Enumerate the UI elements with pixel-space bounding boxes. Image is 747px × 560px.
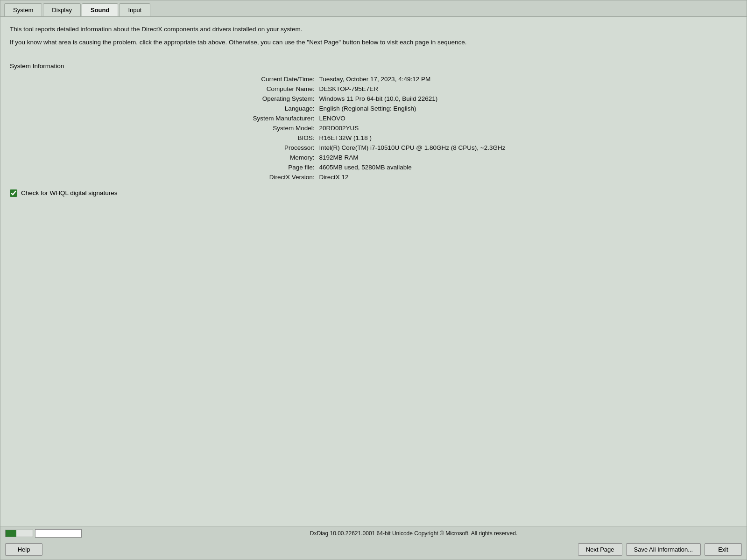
copyright-text: DxDiag 10.00.22621.0001 64-bit Unicode C… bbox=[85, 530, 742, 537]
row-label: BIOS: bbox=[19, 133, 319, 143]
footer-buttons: Help Next Page Save All Information... E… bbox=[0, 540, 747, 560]
dxdiag-window: System Display Sound Input This tool rep… bbox=[0, 0, 747, 560]
row-label: Processor: bbox=[19, 143, 319, 153]
row-label: Memory: bbox=[19, 153, 319, 162]
progress-bar bbox=[5, 530, 33, 537]
whql-checkbox-label[interactable]: Check for WHQL digital signatures bbox=[21, 189, 118, 196]
tab-system[interactable]: System bbox=[4, 3, 42, 16]
table-row: Operating System:Windows 11 Pro 64-bit (… bbox=[19, 94, 747, 104]
section-header-label: System Information bbox=[10, 63, 64, 70]
table-row: Processor:Intel(R) Core(TM) i7-10510U CP… bbox=[19, 143, 747, 153]
row-label: Language: bbox=[19, 104, 319, 113]
row-value: R16ET32W (1.18 ) bbox=[319, 133, 747, 143]
progress-text-box bbox=[35, 529, 82, 538]
table-row: BIOS:R16ET32W (1.18 ) bbox=[19, 133, 747, 143]
row-value: Tuesday, October 17, 2023, 4:49:12 PM bbox=[319, 74, 747, 84]
description-line1: This tool reports detailed information a… bbox=[10, 25, 737, 34]
tab-sound[interactable]: Sound bbox=[82, 3, 118, 16]
table-row: Computer Name:DESKTOP-795E7ER bbox=[19, 84, 747, 94]
tab-input[interactable]: Input bbox=[119, 3, 150, 16]
row-label: Current Date/Time: bbox=[19, 74, 319, 84]
exit-button[interactable]: Exit bbox=[705, 543, 742, 556]
table-row: Page file:4605MB used, 5280MB available bbox=[19, 162, 747, 172]
save-all-info-button[interactable]: Save All Information... bbox=[626, 543, 701, 556]
row-label: DirectX Version: bbox=[19, 172, 319, 182]
system-info-table: Current Date/Time:Tuesday, October 17, 2… bbox=[19, 74, 747, 182]
table-row: Current Date/Time:Tuesday, October 17, 2… bbox=[19, 74, 747, 84]
tab-display[interactable]: Display bbox=[43, 3, 81, 16]
row-value: LENOVO bbox=[319, 113, 747, 123]
table-row: System Model:20RD002YUS bbox=[19, 123, 747, 133]
whql-checkbox-area: Check for WHQL digital signatures bbox=[10, 189, 737, 197]
table-row: System Manufacturer:LENOVO bbox=[19, 113, 747, 123]
row-label: Computer Name: bbox=[19, 84, 319, 94]
progress-container bbox=[5, 529, 82, 538]
row-label: System Manufacturer: bbox=[19, 113, 319, 123]
table-row: Memory:8192MB RAM bbox=[19, 153, 747, 162]
section-divider bbox=[68, 66, 737, 66]
description-text: This tool reports detailed information a… bbox=[10, 25, 737, 51]
whql-checkbox[interactable] bbox=[10, 189, 17, 197]
table-row: DirectX Version:DirectX 12 bbox=[19, 172, 747, 182]
row-value: English (Regional Setting: English) bbox=[319, 104, 747, 113]
main-content: This tool reports detailed information a… bbox=[0, 17, 747, 526]
row-label: Page file: bbox=[19, 162, 319, 172]
section-header: System Information bbox=[10, 63, 737, 70]
description-line2: If you know what area is causing the pro… bbox=[10, 38, 737, 47]
progress-bar-fill bbox=[6, 530, 16, 537]
row-label: Operating System: bbox=[19, 94, 319, 104]
table-row: Language:English (Regional Setting: Engl… bbox=[19, 104, 747, 113]
tabs-bar: System Display Sound Input bbox=[0, 0, 747, 17]
row-value: 4605MB used, 5280MB available bbox=[319, 162, 747, 172]
row-value: DESKTOP-795E7ER bbox=[319, 84, 747, 94]
row-value: Windows 11 Pro 64-bit (10.0, Build 22621… bbox=[319, 94, 747, 104]
help-button[interactable]: Help bbox=[5, 543, 42, 556]
row-value: DirectX 12 bbox=[319, 172, 747, 182]
row-value: 20RD002YUS bbox=[319, 123, 747, 133]
bottom-status-bar: DxDiag 10.00.22621.0001 64-bit Unicode C… bbox=[0, 526, 747, 540]
row-label: System Model: bbox=[19, 123, 319, 133]
next-page-button[interactable]: Next Page bbox=[578, 543, 622, 556]
row-value: 8192MB RAM bbox=[319, 153, 747, 162]
row-value: Intel(R) Core(TM) i7-10510U CPU @ 1.80GH… bbox=[319, 143, 747, 153]
